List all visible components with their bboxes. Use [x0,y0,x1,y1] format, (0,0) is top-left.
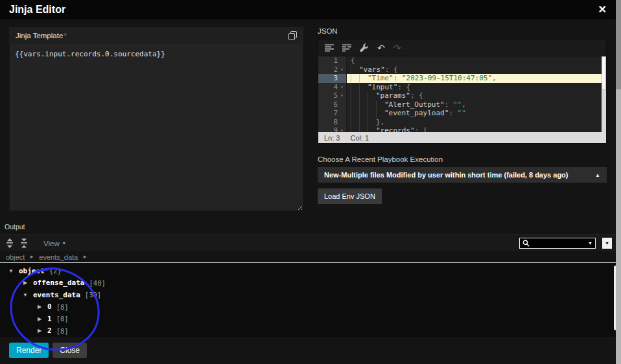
output-search-box[interactable]: ▼ [519,238,596,249]
caret-right-icon[interactable]: ▶ [36,316,43,322]
required-marker: * [64,32,66,40]
close-icon[interactable]: ✕ [598,5,607,15]
code-line[interactable]: 4▾"input": { [318,83,606,92]
code-line[interactable]: 5▾"params": { [318,91,606,100]
output-tree: ▼object{2}▶offense_data[40]▼events_data[… [0,263,621,337]
search-options-button[interactable]: ▼ [602,238,612,249]
json-editor: ↶ ↷ 1{2▾"vars": {3"Time": "2023-09-15T10… [318,39,607,144]
jinja-template-label: Jinja Template* [16,32,67,40]
jinja-template-header: Jinja Template* [9,27,303,44]
line-number: 9▾ [318,126,347,132]
jinja-template-input[interactable]: {{vars.input.records.0.sourcedata}} [9,44,303,211]
fold-icon[interactable]: ▾ [338,126,346,132]
tree-node-name[interactable]: 2 [47,326,52,335]
caret-right-icon[interactable]: ▶ [36,304,43,310]
tree-node-name[interactable]: events_data [33,291,80,299]
fold-icon[interactable]: ▾ [338,91,346,100]
copy-icon[interactable] [288,31,297,40]
breadcrumb: object►events_data► [0,251,621,263]
code-line[interactable]: 1{ [318,56,606,65]
code-line[interactable]: 6"Alert_Output": "", [318,100,606,109]
execution-selected-value: New-Multiple files Modified by user with… [324,171,568,179]
expand-all-icon[interactable] [6,238,14,248]
tree-row[interactable]: ▼object{2} [0,265,621,277]
search-caret-icon: ▼ [588,241,592,245]
line-number: 8 [318,118,347,127]
tree-node-name[interactable]: 1 [47,315,52,323]
tree-row[interactable]: ▼events_data[30] [0,289,621,301]
view-dropdown[interactable]: View ▾ [43,240,65,247]
json-editor-scrollbar[interactable] [602,56,606,132]
redo-icon: ↷ [393,43,401,52]
playbook-execution-select[interactable]: New-Multiple files Modified by user with… [318,167,607,183]
json-panel-label: JSON [318,27,607,35]
tree-node-count: [40] [89,279,105,287]
line-number: 6 [318,100,347,109]
editor-top-row: Jinja Template* {{vars.input.records.0.s… [0,19,621,211]
json-editor-toolbar: ↶ ↷ [318,40,606,56]
tree-row[interactable]: ▶1[8] [0,313,621,325]
tree-node-count: [8] [56,303,69,311]
code-line[interactable]: 9▾"records": [ [318,126,606,132]
tree-row[interactable]: ▶0[8] [0,301,621,313]
code-line[interactable]: 7"event_payload": "" [318,109,606,118]
json-code-lines: 1{2▾"vars": {3"Time": "2023-09-15T10:47:… [318,56,606,132]
footer-actions: Render Close [0,337,621,358]
search-icon [522,240,530,247]
json-editor-statusbar: Ln: 3 Col: 1 [318,132,606,143]
undo-icon[interactable]: ↶ [377,43,385,52]
status-col: Col: 1 [350,134,369,142]
collapse-all-icon[interactable] [20,238,28,248]
caret-right-icon[interactable]: ▶ [36,328,43,334]
tree-node-name[interactable]: object [19,267,45,275]
caret-right-icon[interactable]: ▶ [22,280,29,286]
line-number: 7 [318,109,347,118]
breadcrumb-item[interactable]: object [6,253,25,261]
page-title: Jinja Editor [9,4,65,16]
page-scrollbar-thumb[interactable] [616,0,621,89]
tree-node-name[interactable]: offense_data [33,279,84,287]
page-scrollbar[interactable] [616,0,621,364]
view-caret-icon: ▾ [63,240,65,246]
execution-label: Choose A Recent Playbook Execution [318,155,607,163]
output-toolbar: View ▾ ▼ ▼ [0,234,621,251]
tree-node-count: [30] [85,291,101,299]
json-editor-scrollbar-thumb[interactable] [602,56,606,90]
load-env-json-button[interactable]: Load Env JSON [318,188,382,204]
line-number: 3 [318,74,347,83]
repair-wrench-icon[interactable] [360,43,369,52]
caret-down-icon[interactable]: ▼ [22,292,29,298]
jinja-template-panel: Jinja Template* {{vars.input.records.0.s… [9,27,303,211]
json-panel: JSON ↶ ↷ 1{2▾"vars": {3"Time" [318,27,607,211]
code-line[interactable]: 8}, [318,118,606,127]
render-button[interactable]: Render [9,343,49,358]
tree-rows: ▼object{2}▶offense_data[40]▼events_data[… [0,265,621,337]
line-number: 4▾ [318,83,347,92]
tree-node-count: {2} [49,267,62,275]
code-line[interactable]: 2▾"vars": { [318,65,606,74]
dropdown-caret-icon: ▲ [595,172,600,178]
tree-node-name[interactable]: 0 [47,302,52,311]
breadcrumb-separator-icon: ► [29,254,34,260]
modal-titlebar: Jinja Editor ✕ [0,0,621,19]
close-button[interactable]: Close [53,343,87,358]
line-number: 1 [318,56,347,65]
fold-icon[interactable]: ▾ [338,83,346,92]
tree-row[interactable]: ▶2[8] [0,325,621,337]
jinja-editor-modal: Jinja Editor ✕ Jinja Template* {{vars.in… [0,0,621,358]
caret-down-icon[interactable]: ▼ [8,268,14,274]
search-input[interactable] [532,240,585,247]
tree-node-count: [8] [56,315,69,323]
line-number: 5▾ [318,91,347,100]
json-code-area[interactable]: 1{2▾"vars": {3"Time": "2023-09-15T10:47:… [318,56,606,132]
tree-node-count: [8] [56,327,69,335]
compact-icon[interactable] [342,44,351,52]
output-section: Output View ▾ ▼ ▼ object►events_data► [0,223,621,337]
line-number: 2▾ [318,65,347,74]
output-label: Output [0,223,621,234]
tree-row[interactable]: ▶offense_data[40] [0,277,621,290]
format-icon[interactable] [325,44,334,52]
breadcrumb-item[interactable]: events_data [39,253,78,261]
code-line[interactable]: 3"Time": "2023-09-15T10:47:05", [318,74,606,83]
fold-icon[interactable]: ▾ [338,65,346,74]
